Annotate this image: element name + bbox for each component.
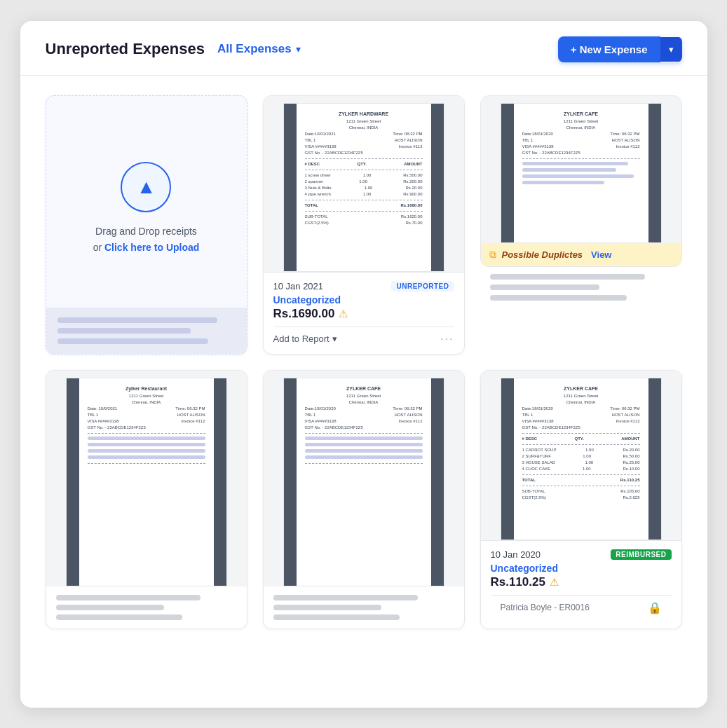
dup-info-line — [490, 295, 627, 301]
cafe2-receipt-content: ZYLKER CAFE 1211 Green Street Chennai, I… — [290, 385, 438, 465]
reimb-card-amount: Rs.110.25 — [491, 575, 545, 589]
reimb-item-1-qty: 1.00 — [585, 447, 594, 453]
reimb-subtotal-value: Rs.105.00 — [620, 488, 639, 495]
receipt-item-2: 2 spanner 1.00 Rs.200.00 — [305, 179, 423, 185]
dup-tbl: TBL 1 — [522, 137, 534, 144]
reimb-divider — [522, 433, 640, 434]
dup-receipt-content: ZYLKER CAFE 1211 Green Street Chennai, I… — [507, 111, 655, 185]
reimb-card-date: 10 Jan 2020 — [491, 549, 541, 560]
cafe-reimbursed-card: ZYLKER CAFE 1211 Green Street Chennai, I… — [480, 370, 682, 629]
duplicate-receipt-image: ZYLKER CAFE 1211 Green Street Chennai, I… — [481, 96, 681, 243]
rest-divider — [88, 433, 205, 434]
receipt-item-2-amt: Rs.200.00 — [403, 179, 422, 185]
upload-placeholder — [46, 308, 247, 354]
receipt-item-1-amt: Rs.500.00 — [403, 172, 422, 179]
lock-icon: 🔒 — [648, 601, 662, 614]
receipt-cgst-value: Rs.70.00 — [405, 220, 422, 226]
receipt-total-row: TOTAL Rs.1690.00 — [305, 202, 423, 209]
reimb-item-4-desc: 4 CHOC CAKE — [522, 466, 551, 472]
reimb-address2: Chennai, INDIA — [522, 399, 640, 406]
reimb-date: Date:18/01/2020 — [522, 406, 553, 412]
add-to-report-chevron: ▾ — [332, 334, 337, 344]
reimb-item-1-amt: Rs.20.00 — [623, 447, 639, 453]
hardware-expense-card: ZYLKER HARDWARE 1211 Green Street Chenna… — [263, 95, 465, 355]
reimb-item-3-desc: 3 HOUSE SALAD — [522, 460, 556, 466]
rest-row-2 — [88, 443, 205, 446]
add-to-report-label: Add to Report — [273, 334, 329, 344]
card-amount: Rs.1690.00 — [273, 307, 335, 321]
reimb-card-meta-row: 10 Jan 2020 REIMBURSED — [491, 549, 672, 560]
placeholder-line — [57, 338, 209, 344]
reimb-tbl-host: TBL 1 HOST ALISON — [522, 412, 640, 418]
reimb-time: Time: 06:32 PM — [610, 406, 639, 412]
add-to-report-button[interactable]: Add to Report ▾ — [273, 334, 337, 344]
receipt-gst: GST No. - 22ABCDE1234F2Z5 — [305, 150, 423, 156]
card-info: 10 Jan 2021 UNREPORTED Uncategorized Rs.… — [264, 272, 464, 354]
reimb-visa-invoice: VISA #####3138 Invoice #112 — [522, 418, 640, 425]
reimb-total-value: Rs.110.25 — [620, 477, 640, 483]
cafe2-visa: VISA #####3138 — [305, 418, 337, 425]
cafe2-row-2 — [305, 443, 423, 446]
reimb-invoice: Invoice #112 — [616, 418, 639, 425]
reimb-side-bar-right — [648, 378, 661, 540]
reimb-receipt-content: ZYLKER CAFE 1211 Green Street Chennai, I… — [507, 385, 655, 502]
cafe-reimb-receipt-paper: ZYLKER CAFE 1211 Green Street Chennai, I… — [501, 378, 662, 540]
rest-address1: 1211 Green Street — [88, 393, 205, 399]
dup-store-name: ZYLKER CAFE — [522, 111, 640, 118]
reporter-name: Patricia Boyle - ER0016 — [501, 603, 590, 612]
reimb-item-4-amt: Rs.10.00 — [623, 466, 639, 472]
placeholder-lines — [57, 317, 236, 344]
restaurant-card-placeholder — [46, 586, 247, 629]
cafe2-store-name: ZYLKER CAFE — [305, 385, 423, 393]
rest-invoice: Invoice #112 — [181, 418, 205, 425]
dup-info-line — [490, 284, 599, 290]
receipt-subtotal-value: Rs.1620.00 — [401, 214, 423, 220]
new-expense-dropdown-chevron: ▾ — [669, 44, 674, 55]
receipt-subtotal-label: SUB-TOTAL — [305, 214, 328, 220]
reimb-cgst-value: Rs.2.625 — [623, 495, 639, 501]
receipt-item-4-desc: 4 pipe wrench — [305, 191, 331, 198]
rest-divider2 — [88, 463, 205, 464]
receipt-item-1-desc: 1 screw driver — [305, 172, 331, 179]
new-expense-dropdown-button[interactable]: ▾ — [660, 37, 682, 62]
cafe2-divider2 — [305, 463, 423, 464]
receipt-date-time: Date:10/01/2021 Time: 06:32 PM — [305, 131, 423, 137]
dup-placeholder-line — [522, 181, 605, 184]
filter-dropdown[interactable]: All Expenses ▾ — [217, 42, 301, 56]
reimb-item-1-desc: 1 CARROT SOUP — [522, 447, 557, 453]
more-options-button[interactable]: ··· — [440, 333, 454, 345]
reimb-warning-icon: ⚠ — [550, 576, 559, 589]
new-expense-button-group: + New Expense ▾ — [558, 36, 682, 62]
drag-drop-text: Drag and Drop receipts — [95, 226, 197, 237]
reimb-card-category: Uncategorized — [491, 563, 672, 574]
click-upload-link[interactable]: Click here to Upload — [104, 242, 199, 253]
reimb-store-name: ZYLKER CAFE — [522, 385, 640, 393]
reimb-item-2-qty: 1.00 — [583, 453, 591, 460]
duplicate-expense-card: ZYLKER CAFE 1211 Green Street Chennai, I… — [480, 95, 682, 355]
cafe2-card-placeholder — [264, 586, 464, 629]
reimbursed-bottom: Patricia Boyle - ER0016 🔒 — [491, 595, 672, 620]
duplicate-view-link[interactable]: View — [591, 249, 611, 260]
p-line — [273, 605, 382, 610]
p-line — [273, 595, 418, 600]
p-line — [56, 595, 201, 600]
app-container: Unreported Expenses All Expenses ▾ + New… — [20, 21, 707, 708]
rest-date: Date: 10/9/2021 — [88, 406, 118, 412]
dup-host: HOST ALISON — [612, 137, 640, 144]
reimb-item-1: 1 CARROT SOUP 1.00 Rs.20.00 — [522, 447, 640, 453]
rest-host: HOST ALISON — [177, 412, 205, 418]
reimb-date-time: Date:18/01/2020 Time: 06:32 PM — [522, 406, 640, 412]
upload-card[interactable]: ▲ Drag and Drop receipts or Click here t… — [46, 95, 247, 355]
receipt-items-header: # DESC QTY. AMOUNT — [305, 161, 423, 167]
cafe2-time: Time: 06:32 PM — [393, 406, 422, 412]
receipt-tbl: TBL 1 — [305, 137, 316, 144]
cafe2-divider — [305, 433, 423, 434]
receipt-subtotal-row: SUB-TOTAL Rs.1620.00 — [305, 214, 423, 220]
receipt-divider — [305, 158, 423, 159]
cafe2-receipt-image: ZYLKER CAFE 1211 Green Street Chennai, I… — [264, 371, 464, 586]
new-expense-main-button[interactable]: + New Expense — [558, 36, 660, 62]
reimb-items-header: # DESC QTY. AMOUNT — [522, 436, 640, 442]
rest-visa: VISA #####3138 — [88, 418, 119, 425]
duplicate-receipt-wrap: ZYLKER CAFE 1211 Green Street Chennai, I… — [480, 95, 682, 267]
dup-date: Date:18/01/2020 — [522, 131, 553, 137]
